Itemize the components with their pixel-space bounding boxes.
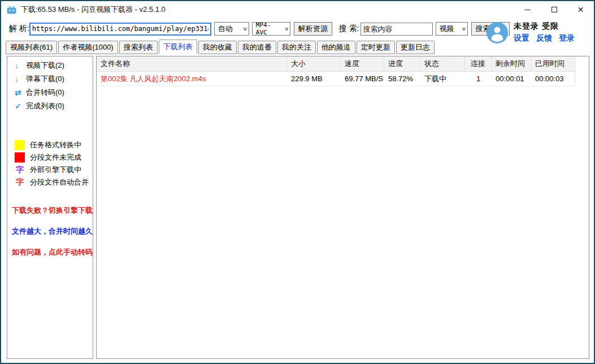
legend-item-transcoding: 任务格式转换中 (7, 139, 93, 151)
url-input[interactable] (29, 23, 211, 36)
parse-button[interactable]: 解析资源 (294, 22, 332, 36)
sidebar-item-label: 弹幕下载(0) (26, 74, 64, 84)
parse-label: 解 析: (9, 24, 29, 34)
chevron-down-icon: ∨ (455, 26, 466, 32)
cell-remaining: 00:00:01 (492, 72, 531, 86)
check-icon: ✓ (15, 102, 26, 111)
sidebar-item-label: 视频下载(2) (26, 60, 64, 71)
legend-label: 分段文件自动合并 (30, 177, 89, 187)
sidebar-item-merge-transcode[interactable]: ⇄ 合并转码(0) (7, 86, 93, 99)
quality-select-value: 自动 (218, 24, 233, 34)
avatar-icon[interactable] (487, 22, 508, 43)
titlebar: 下载:65.53 MB/s - 闪豆视频下载器 - v2.5.1.0 ✕ (1, 1, 594, 18)
cell-connections: 1 (465, 72, 492, 86)
tab-video-list[interactable]: 视频列表(61) (6, 41, 57, 54)
feedback-link[interactable]: 反馈 (536, 33, 552, 43)
legend-item-auto-merge: 字 分段文件自动合并 (7, 176, 93, 188)
window-title: 下载:65.53 MB/s - 闪豆视频下载器 - v2.5.1.0 (21, 5, 166, 15)
tab-search-list[interactable]: 搜索列表 (119, 41, 158, 54)
sidebar-item-completed-list[interactable]: ✓ 完成列表(0) (7, 99, 93, 113)
app-logo-icon (7, 6, 16, 14)
col-connections[interactable]: 连接 (465, 56, 492, 72)
legend-label: 任务格式转换中 (30, 140, 81, 150)
col-speed[interactable]: 速度 (341, 56, 384, 72)
account-panel: 未登录 受限 设置 反馈 登录 (487, 21, 575, 43)
tab-my-follows[interactable]: 我的关注 (277, 41, 316, 54)
close-button[interactable]: ✕ (567, 1, 594, 18)
tab-my-favorites[interactable]: 我的收藏 (198, 41, 237, 54)
search-input[interactable] (361, 23, 433, 36)
sidebar-messages: 下载失败？切换引擎下载 文件越大，合并时间越久 如有问题，点此手动转码 (7, 205, 93, 268)
col-remaining-time[interactable]: 剩余时间 (492, 56, 531, 72)
cell-speed: 69.77 MB/S (341, 72, 384, 86)
hint-switch-engine: 下载失败？切换引擎下载 (7, 205, 93, 217)
table-header: 文件名称 大小 速度 进度 状态 连接 剩余时间 已用时间 (97, 56, 589, 72)
table-row[interactable]: 第002集 凡人风起天南2002.m4s 229.9 MB 69.77 MB/S… (97, 72, 575, 86)
swap-arrows-icon: ⇄ (15, 88, 26, 97)
legend-item-external-engine: 字 外部引擎下载中 (7, 164, 93, 176)
sidebar-item-label: 合并转码(0) (26, 87, 64, 98)
red-swatch-icon (15, 152, 25, 163)
app-window: 下载:65.53 MB/s - 闪豆视频下载器 - v2.5.1.0 ✕ 解 析… (0, 0, 595, 364)
col-filename[interactable]: 文件名称 (97, 56, 287, 72)
tab-his-channel[interactable]: 他的频道 (317, 41, 355, 54)
tab-my-bangumi[interactable]: 我的追番 (238, 41, 276, 54)
cell-progress: 58.72% (384, 72, 420, 86)
quality-select[interactable]: 自动 ∨ (214, 22, 249, 36)
login-link[interactable]: 登录 (559, 33, 575, 43)
col-elapsed-time[interactable]: 已用时间 (531, 56, 575, 72)
sidebar-item-label: 完成列表(0) (26, 101, 64, 111)
red-char-icon: 字 (15, 177, 25, 187)
tab-author-videos[interactable]: 作者视频(1000) (58, 41, 118, 54)
cell-size: 229.9 MB (287, 72, 341, 86)
hint-merge-time: 文件越大，合并时间越久 (7, 226, 93, 238)
cell-elapsed: 00:00:03 (531, 72, 575, 86)
col-size[interactable]: 大小 (287, 56, 341, 72)
cell-filename: 第002集 凡人风起天南2002.m4s (97, 72, 287, 86)
sidebar-nav: ↓ 视频下载(2) ↓ 弹幕下载(0) ⇄ 合并转码(0) ✓ 完成列表(0) (7, 59, 93, 113)
manual-transcode-link[interactable]: 如有问题，点此手动转码 (7, 247, 93, 258)
tab-strip: 视频列表(61) 作者视频(1000) 搜索列表 下载列表 我的收藏 我的追番 … (6, 40, 435, 54)
status-legend: 任务格式转换中 分段文件未完成 字 外部引擎下载中 字 分段文件自动合并 (7, 139, 93, 188)
search-label: 搜 索: (339, 24, 359, 34)
legend-label: 分段文件未完成 (30, 152, 81, 163)
settings-link[interactable]: 设置 (514, 33, 529, 43)
search-type-select[interactable]: 视频 ∨ (436, 22, 468, 36)
download-arrow-icon: ↓ (15, 74, 26, 84)
legend-item-segment-incomplete: 分段文件未完成 (7, 151, 93, 164)
col-progress[interactable]: 进度 (384, 56, 420, 72)
download-arrow-icon: ↓ (15, 61, 26, 70)
col-status[interactable]: 状态 (420, 56, 465, 72)
format-select-value: MP4-AVC (256, 21, 280, 36)
chevron-down-icon: ∨ (279, 26, 289, 32)
sidebar-item-video-download[interactable]: ↓ 视频下载(2) (7, 59, 93, 72)
cell-status: 下载中 (420, 72, 465, 86)
tab-changelog[interactable]: 更新日志 (396, 41, 435, 54)
sidebar: ↓ 视频下载(2) ↓ 弹幕下载(0) ⇄ 合并转码(0) ✓ 完成列表(0) … (7, 56, 93, 359)
maximize-button[interactable] (541, 1, 567, 18)
tab-scheduled-update[interactable]: 定时更新 (357, 41, 395, 54)
format-select[interactable]: MP4-AVC ∨ (252, 22, 290, 36)
download-table: 文件名称 大小 速度 进度 状态 连接 剩余时间 已用时间 第002集 凡人风起… (96, 56, 589, 359)
search-type-value: 视频 (440, 24, 454, 34)
chevron-down-icon: ∨ (236, 26, 247, 32)
yellow-swatch-icon (15, 140, 25, 150)
legend-label: 外部引擎下载中 (30, 165, 81, 175)
tab-download-list[interactable]: 下载列表 (159, 40, 197, 54)
login-status: 未登录 受限 (514, 21, 575, 32)
purple-char-icon: 字 (15, 165, 25, 175)
minimize-button[interactable] (514, 1, 541, 18)
sidebar-item-danmaku-download[interactable]: ↓ 弹幕下载(0) (7, 72, 93, 86)
